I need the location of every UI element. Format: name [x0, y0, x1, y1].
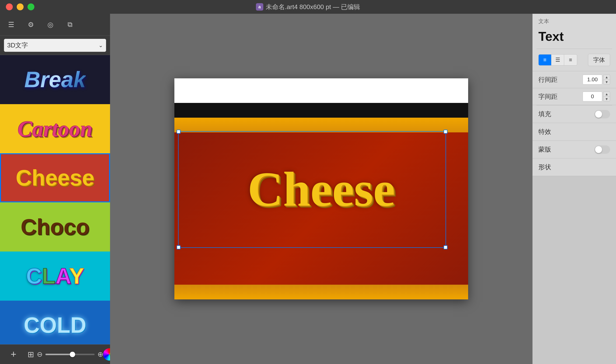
add-button[interactable]: + [7, 348, 20, 361]
dropdown-label: 3D文字 [7, 41, 28, 50]
char-spacing-row: 字间距 ▲ ▼ [532, 88, 616, 105]
fill-toggle-knob [595, 111, 602, 118]
style-category-dropdown-row: 3D文字 ⌄ [0, 36, 110, 55]
cheese-word-art: Cheese [248, 161, 395, 217]
effects-label: 特效 [538, 127, 610, 136]
line-spacing-row: 行间距 ▲ ▼ [532, 71, 616, 88]
style-category-dropdown[interactable]: 3D文字 ⌄ [4, 39, 106, 52]
bottom-toolbar: + ⊞ ⊖ ⊕ ⬡ ↑ [0, 344, 110, 364]
styles-icon: ⧉ [68, 21, 72, 29]
line-spacing-down[interactable]: ▼ [603, 80, 610, 85]
mask-toggle-knob [595, 146, 602, 153]
left-sidebar: ☰ ⚙ ◎ ⧉ 3D文字 ⌄ Break [0, 14, 110, 364]
styles-button[interactable]: ⧉ [64, 19, 76, 31]
style-list: Break Cartoon Cheese Choco CLAY [0, 55, 110, 344]
style-item-cartoon[interactable]: Cartoon [0, 104, 110, 153]
gold-bottom-bar [174, 285, 468, 299]
style-item-choco[interactable]: Choco [0, 202, 110, 252]
fill-toggle[interactable] [594, 110, 610, 118]
mask-row: 蒙版 [532, 141, 616, 158]
style-item-clay[interactable]: CLAY [0, 252, 110, 301]
break-style-label: Break [24, 67, 86, 92]
bottom-left-tools: + ⊞ [7, 348, 37, 361]
layers-icon: ◎ [47, 21, 53, 29]
align-left-icon: ≡ [543, 57, 546, 63]
grid-button[interactable]: ⊞ [25, 348, 37, 361]
zoom-in-icon: ⊕ [98, 350, 103, 358]
style-item-cheese[interactable]: Cheese [0, 153, 110, 202]
mask-toggle[interactable] [594, 145, 610, 154]
window-title: a 未命名.art4 800x600 pt — 已编辑 [256, 3, 360, 11]
zoom-out-icon: ⊖ [37, 350, 42, 358]
line-spacing-stepper: ▲ ▼ [583, 75, 610, 84]
shape-row: 形状 [532, 158, 616, 176]
panel-gray-area [532, 176, 616, 364]
fill-row: 填充 [532, 105, 616, 123]
align-right-button[interactable]: ≡ [564, 55, 577, 65]
close-button[interactable] [6, 3, 13, 10]
clay-style-label: CLAY [26, 264, 84, 289]
char-spacing-down[interactable]: ▼ [603, 97, 610, 102]
menu-icon: ☰ [8, 21, 14, 29]
panel-section-header: 文本 [532, 14, 616, 27]
align-center-button[interactable]: ☰ [551, 55, 564, 65]
char-spacing-input[interactable] [583, 92, 602, 101]
line-spacing-arrows: ▲ ▼ [603, 75, 610, 84]
menu-button[interactable]: ☰ [5, 19, 17, 31]
cheese-style-label: Cheese [16, 165, 94, 191]
window-controls[interactable] [6, 3, 34, 10]
align-left-button[interactable]: ≡ [539, 55, 551, 65]
canvas-area: 3D文字 Cheese [110, 14, 532, 364]
align-right-icon: ≡ [569, 57, 572, 63]
char-spacing-label: 字间距 [538, 92, 583, 101]
zoom-controls: ⊖ ⊕ [37, 350, 103, 358]
line-spacing-up[interactable]: ▲ [603, 75, 610, 80]
align-center-icon: ☰ [555, 57, 560, 63]
main-layout: ☰ ⚙ ◎ ⧉ 3D文字 ⌄ Break [0, 14, 616, 364]
line-spacing-input[interactable] [583, 75, 602, 84]
char-spacing-stepper: ▲ ▼ [583, 92, 610, 101]
minimize-button[interactable] [17, 3, 24, 10]
document-canvas[interactable]: Cheese [174, 78, 468, 299]
align-group: ≡ ☰ ≡ [538, 54, 577, 66]
fill-label: 填充 [538, 110, 594, 118]
cold-style-label: COLD [24, 313, 86, 338]
toolbar: ☰ ⚙ ◎ ⧉ [0, 14, 110, 36]
titlebar: a 未命名.art4 800x600 pt — 已编辑 [0, 0, 616, 14]
char-spacing-arrows: ▲ ▼ [603, 92, 610, 101]
font-button[interactable]: 字体 [588, 54, 610, 66]
mask-label: 蒙版 [538, 145, 594, 154]
right-panel: 文本 Text ≡ ☰ ≡ 字体 行间距 [532, 14, 616, 364]
align-section: ≡ ☰ ≡ 字体 [532, 49, 616, 71]
char-spacing-up[interactable]: ▲ [603, 92, 610, 97]
choco-style-label: Choco [21, 214, 89, 240]
app-icon: a [256, 3, 263, 11]
chevron-down-icon: ⌄ [98, 42, 103, 49]
settings-icon: ⚙ [28, 21, 34, 29]
panel-title: Text [532, 27, 616, 49]
cartoon-style-label: Cartoon [17, 116, 92, 141]
zoom-slider[interactable] [45, 354, 95, 355]
style-item-break[interactable]: Break [0, 55, 110, 104]
effects-row: 特效 [532, 123, 616, 141]
cheese-artwork: Cheese [174, 78, 468, 299]
style-item-cold[interactable]: COLD [0, 301, 110, 344]
layers-button[interactable]: ◎ [44, 19, 56, 31]
line-spacing-label: 行间距 [538, 75, 583, 84]
shape-label: 形状 [538, 163, 610, 171]
settings-button[interactable]: ⚙ [25, 19, 37, 31]
maximize-button[interactable] [28, 3, 34, 10]
